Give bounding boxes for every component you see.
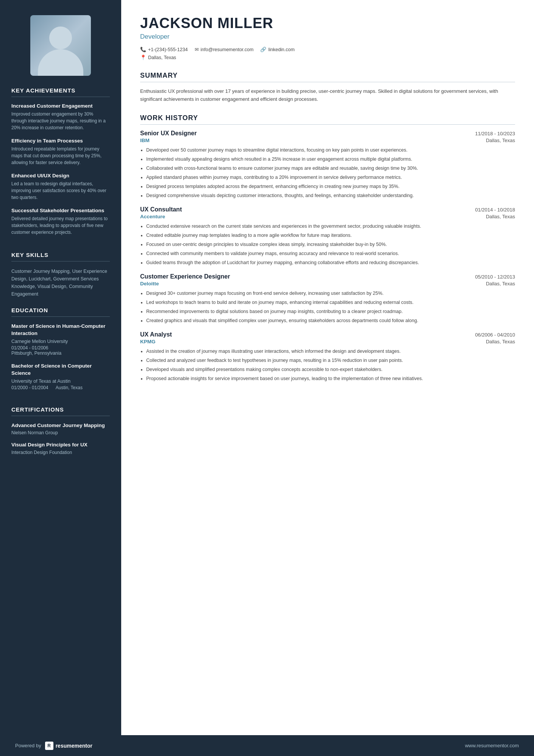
avatar [30, 15, 91, 76]
education-school: University of Texas at Austin [11, 379, 110, 384]
logo-icon: R [45, 742, 53, 750]
footer-left: Powered by R resumementor [15, 742, 92, 750]
candidate-name: JACKSON MILLER [140, 15, 515, 31]
job-location: Dallas, Texas [486, 138, 515, 143]
bullet-item: Applied standard phases within journey m… [146, 174, 515, 181]
cert-item: Advanced Customer Journey Mapping Nielse… [11, 422, 110, 436]
photo-section [0, 0, 121, 87]
achievement-desc: Delivered detailed journey map presentat… [11, 215, 110, 236]
company-name: KPMG [140, 339, 156, 344]
achievement-item: Efficiency in Team Processes Introduced … [11, 138, 110, 166]
achievements-section: KEY ACHIEVEMENTS Increased Customer Enga… [0, 87, 121, 252]
achievement-title: Increased Customer Engagement [11, 103, 110, 109]
bullet-item: Connected with community members to vali… [146, 250, 515, 257]
education-title: EDUCATION [11, 307, 110, 317]
job-item: Senior UX Designer 11/2018 - 10/2023 IBM… [140, 130, 515, 199]
job-location: Dallas, Texas [486, 281, 515, 286]
cert-org: Nielsen Norman Group [11, 430, 110, 435]
bullet-item: Developed over 50 customer journey maps … [146, 146, 515, 154]
job-meta: KPMG Dallas, Texas [140, 339, 515, 344]
achievement-item: Enhanced UI/UX Design Led a team to rede… [11, 173, 110, 201]
achievement-title: Successful Stakeholder Presentations [11, 208, 110, 213]
bullet-item: Created graphics and visuals that simpli… [146, 317, 515, 324]
footer: Powered by R resumementor www.resumement… [0, 735, 534, 756]
location-icon: 📍 [140, 55, 146, 60]
work-history-section: WORK HISTORY Senior UX Designer 11/2018 … [140, 114, 515, 382]
candidate-title: Developer [140, 33, 515, 41]
job-bullets: Developed over 50 customer journey maps … [146, 146, 515, 199]
job-dates: 01/2014 - 10/2018 [475, 207, 515, 213]
phone-icon: 📞 [140, 47, 146, 52]
summary-text: Enthusiastic UX professional with over 1… [140, 88, 515, 103]
linkedin-contact: 🔗 linkedin.com [260, 47, 294, 52]
education-item: Bachelor of Science in Computer Science … [11, 363, 110, 390]
resume-header: JACKSON MILLER Developer 📞 +1-(234)-555-… [140, 15, 515, 60]
contact-row: 📞 +1-(234)-555-1234 ✉ info@resumementor.… [140, 47, 515, 52]
bullet-item: Recommended improvements to digital solu… [146, 308, 515, 315]
logo-text: resumementor [56, 743, 92, 749]
achievement-desc: Led a team to redesign digital interface… [11, 180, 110, 201]
job-title: Customer Experience Designer [140, 273, 230, 280]
email-icon: ✉ [195, 47, 199, 52]
bullet-item: Implemented visually appealing designs w… [146, 155, 515, 163]
summary-title: SUMMARY [140, 72, 515, 82]
achievement-title: Efficiency in Team Processes [11, 138, 110, 144]
job-bullets: Conducted extensive research on the curr… [146, 222, 515, 266]
location-row: 📍 Dallas, Texas [140, 55, 515, 60]
company-name: Deloitte [140, 281, 159, 286]
achievement-title: Enhanced UI/UX Design [11, 173, 110, 178]
bullet-item: Designed process templates adopted acros… [146, 183, 515, 190]
linkedin-icon: 🔗 [260, 47, 266, 52]
bullet-item: Created editable journey map templates l… [146, 232, 515, 239]
job-title: UX Consultant [140, 206, 182, 213]
company-name: Accenture [140, 214, 165, 219]
job-dates: 06/2006 - 04/2010 [475, 332, 515, 338]
cert-title: Advanced Customer Journey Mapping [11, 422, 110, 429]
education-item: Master of Science in Human-Computer Inte… [11, 323, 110, 356]
bullet-item: Assisted in the creation of journey maps… [146, 347, 515, 355]
bullet-item: Collected and analyzed user feedback to … [146, 357, 515, 364]
job-item: Customer Experience Designer 05/2010 - 1… [140, 273, 515, 324]
footer-logo: R resumementor [45, 742, 92, 750]
job-header: Customer Experience Designer 05/2010 - 1… [140, 273, 515, 280]
bullet-item: Designed 30+ customer journey maps focus… [146, 290, 515, 297]
achievement-item: Successful Stakeholder Presentations Del… [11, 208, 110, 236]
job-header: UX Analyst 06/2006 - 04/2010 [140, 331, 515, 338]
bullet-item: Focused on user-centric design principle… [146, 241, 515, 248]
education-school: Carnegie Mellon University [11, 339, 110, 344]
sidebar: KEY ACHIEVEMENTS Increased Customer Enga… [0, 0, 121, 735]
achievements-title: KEY ACHIEVEMENTS [11, 87, 110, 97]
job-bullets: Assisted in the creation of journey maps… [146, 347, 515, 382]
certifications-section: CERTIFICATIONS Advanced Customer Journey… [0, 406, 121, 471]
job-meta: Accenture Dallas, Texas [140, 214, 515, 219]
job-bullets: Designed 30+ customer journey maps focus… [146, 290, 515, 324]
bullet-item: Proposed actionable insights for service… [146, 375, 515, 382]
education-dates: 01/2000 - 01/2004 Austin, Texas [11, 385, 110, 390]
bullet-item: Conducted extensive research on the curr… [146, 222, 515, 230]
education-degree: Bachelor of Science in Computer Science [11, 363, 110, 377]
education-section: EDUCATION Master of Science in Human-Com… [0, 307, 121, 406]
job-location: Dallas, Texas [486, 214, 515, 219]
bullet-item: Led workshops to teach teams to build an… [146, 299, 515, 306]
skills-title: KEY SKILLS [11, 252, 110, 261]
cert-org: Interaction Design Foundation [11, 450, 110, 455]
job-title: UX Analyst [140, 331, 172, 338]
work-history-title: WORK HISTORY [140, 114, 515, 125]
education-dates: 01/2004 - 01/2006 Pittsburgh, Pennsylvan… [11, 345, 110, 356]
achievement-desc: Introduced repeatable templates for jour… [11, 146, 110, 166]
job-header: UX Consultant 01/2014 - 10/2018 [140, 206, 515, 213]
cert-item: Visual Design Principles for UX Interact… [11, 441, 110, 455]
footer-website: www.resumementor.com [465, 743, 519, 748]
skills-section: KEY SKILLS Customer Journey Mapping, Use… [0, 252, 121, 307]
cert-title: Visual Design Principles for UX [11, 441, 110, 449]
certifications-title: CERTIFICATIONS [11, 406, 110, 416]
job-title: Senior UX Designer [140, 130, 197, 137]
company-name: IBM [140, 138, 150, 143]
summary-section: SUMMARY Enthusiastic UX professional wit… [140, 72, 515, 103]
education-degree: Master of Science in Human-Computer Inte… [11, 323, 110, 337]
job-meta: IBM Dallas, Texas [140, 138, 515, 143]
job-meta: Deloitte Dallas, Texas [140, 281, 515, 286]
bullet-item: Designed comprehensive visuals depicting… [146, 192, 515, 199]
achievement-item: Increased Customer Engagement Improved c… [11, 103, 110, 131]
location-contact: 📍 Dallas, Texas [140, 55, 176, 60]
